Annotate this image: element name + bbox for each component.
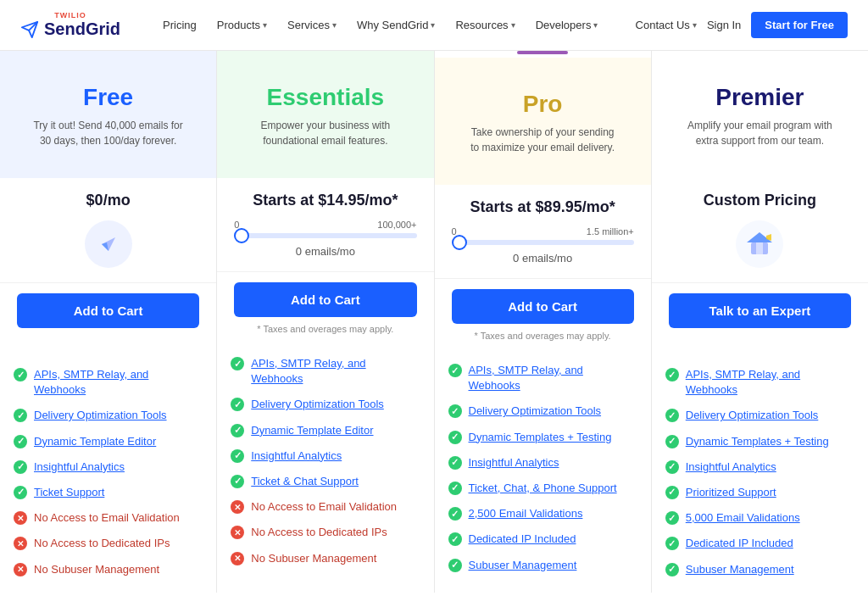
premier-btn-wrap: Talk to an Expert	[652, 283, 868, 335]
cross-icon: ✕	[231, 500, 244, 514]
free-feature-item[interactable]: ✓ Delivery Optimization Tools	[14, 403, 203, 428]
check-icon: ✓	[665, 537, 679, 550]
premier-feature-text: Delivery Optimization Tools	[686, 408, 819, 423]
pro-feature-item[interactable]: ✓ Delivery Optimization Tools	[448, 398, 637, 424]
pro-highlight-line	[517, 51, 568, 54]
premier-plan-icon	[734, 219, 785, 270]
free-plan-desc: Try it out! Send 40,000 emails for 30 da…	[32, 118, 185, 148]
nav-pricing[interactable]: Pricing	[154, 14, 205, 36]
nav-resources[interactable]: Resources ▾	[447, 14, 523, 36]
free-feature-item[interactable]: ✓ APIs, SMTP Relay, and Webhooks	[14, 362, 203, 403]
check-icon: ✓	[14, 368, 27, 381]
pro-cta-button[interactable]: Add to Cart	[452, 289, 634, 324]
free-btn-wrap: Add to Cart	[0, 283, 216, 335]
pricing-container: Free Try it out! Send 40,000 emails for …	[0, 51, 868, 593]
premier-feature-item[interactable]: ✓ Delivery Optimization Tools	[665, 403, 854, 428]
pro-feature-text: Dedicated IP Included	[469, 532, 576, 547]
free-feature-item[interactable]: ✓ Dynamic Template Editor	[14, 429, 203, 454]
check-icon: ✓	[231, 424, 244, 437]
premier-plan-header: Premier Amplify your email program with …	[652, 51, 868, 178]
essentials-feature-text: No Subuser Management	[251, 551, 376, 566]
premier-feature-text: Dynamic Templates + Testing	[686, 434, 829, 449]
essentials-btn-wrap: Add to Cart	[217, 272, 433, 324]
essentials-plan-header: Essentials Empower your business with fo…	[217, 51, 433, 178]
pro-feature-text: Dynamic Templates + Testing	[469, 430, 612, 445]
pro-slider-thumb[interactable]	[452, 235, 467, 250]
services-chevron: ▾	[332, 20, 337, 30]
free-feature-item: ✕ No Subuser Management	[14, 557, 203, 582]
pro-feature-item[interactable]: ✓ Ticket, Chat, & Phone Support	[448, 476, 637, 501]
premier-feature-item[interactable]: ✓ APIs, SMTP Relay, and Webhooks	[665, 362, 854, 403]
contact-us-link[interactable]: Contact Us ▾	[636, 19, 697, 31]
pro-slider-max: 1.5 million+	[587, 226, 634, 237]
premier-feature-text: APIs, SMTP Relay, and Webhooks	[686, 367, 854, 398]
sign-in-link[interactable]: Sign In	[707, 19, 741, 31]
check-icon: ✓	[665, 460, 679, 474]
essentials-cta-button[interactable]: Add to Cart	[234, 282, 416, 317]
premier-feature-item[interactable]: ✓ Dedicated IP Included	[665, 531, 854, 556]
check-icon: ✓	[14, 460, 27, 474]
premier-feature-item[interactable]: ✓ Subuser Management	[665, 557, 854, 582]
nav-why[interactable]: Why SendGrid ▾	[348, 14, 444, 36]
nav-products[interactable]: Products ▾	[209, 14, 275, 36]
pro-feature-item[interactable]: ✓ Subuser Management	[448, 553, 637, 578]
logo-icon	[20, 20, 39, 39]
nav-links: Pricing Products ▾ Services ▾ Why SendGr…	[154, 14, 636, 36]
free-cta-button[interactable]: Add to Cart	[17, 293, 199, 328]
pro-feature-item[interactable]: ✓ Dedicated IP Included	[448, 526, 637, 552]
premier-plan-price: Custom Pricing	[669, 192, 851, 209]
essentials-slider-thumb[interactable]	[234, 228, 249, 243]
check-icon: ✓	[448, 364, 462, 377]
check-icon: ✓	[14, 486, 27, 499]
essentials-feature-text: Delivery Optimization Tools	[251, 397, 384, 412]
essentials-plan-pricing: Starts at $14.95/mo* 0 100,000+ 0 emails…	[217, 178, 433, 272]
essentials-feature-item[interactable]: ✓ APIs, SMTP Relay, and Webhooks	[231, 351, 420, 392]
check-icon: ✓	[231, 449, 244, 463]
free-feature-text: Delivery Optimization Tools	[34, 408, 167, 423]
nav-developers[interactable]: Developers ▾	[527, 14, 607, 36]
pro-feature-text: Insightful Analytics	[469, 455, 559, 471]
check-icon: ✓	[231, 398, 244, 411]
pro-feature-item[interactable]: ✓ APIs, SMTP Relay, and Webhooks	[448, 358, 637, 398]
premier-feature-text: 5,000 Email Validations	[686, 510, 800, 526]
essentials-emails: 0 emails/mo	[234, 245, 416, 258]
nav-services[interactable]: Services ▾	[279, 14, 345, 36]
check-icon: ✓	[665, 486, 679, 499]
premier-feature-item[interactable]: ✓ 5,000 Email Validations	[665, 505, 854, 531]
products-chevron: ▾	[263, 20, 267, 30]
premier-feature-item[interactable]: ✓ Dynamic Templates + Testing	[665, 429, 854, 454]
premier-feature-text: Subuser Management	[686, 562, 794, 577]
nav-right: Contact Us ▾ Sign In Start for Free	[636, 12, 848, 38]
premier-cta-button[interactable]: Talk to an Expert	[669, 293, 851, 328]
free-plan-icon	[83, 219, 134, 270]
pro-features-list: ✓ APIs, SMTP Relay, and Webhooks ✓ Deliv…	[435, 348, 651, 593]
logo[interactable]: TWILIO SendGrid	[20, 11, 120, 39]
premier-feature-item[interactable]: ✓ Prioritized Support	[665, 480, 854, 505]
free-feature-item[interactable]: ✓ Insightful Analytics	[14, 454, 203, 480]
pro-feature-item[interactable]: ✓ Dynamic Templates + Testing	[448, 425, 637, 450]
essentials-slider-track[interactable]	[234, 233, 416, 238]
check-icon: ✓	[665, 511, 679, 525]
pro-tax-note: * Taxes and overages may apply.	[435, 331, 651, 348]
essentials-feature-item[interactable]: ✓ Dynamic Template Editor	[231, 418, 420, 443]
essentials-feature-text: Insightful Analytics	[251, 448, 342, 464]
essentials-feature-item[interactable]: ✓ Ticket & Chat Support	[231, 469, 420, 494]
essentials-feature-item: ✕ No Access to Dedicated IPs	[231, 520, 420, 545]
essentials-feature-item[interactable]: ✓ Delivery Optimization Tools	[231, 392, 420, 417]
free-feature-item[interactable]: ✓ Ticket Support	[14, 480, 203, 505]
navbar: TWILIO SendGrid Pricing Products ▾ Servi…	[0, 0, 868, 51]
cross-icon: ✕	[231, 526, 244, 539]
premier-feature-item[interactable]: ✓ Insightful Analytics	[665, 454, 854, 480]
pro-feature-item[interactable]: ✓ Insightful Analytics	[448, 450, 637, 476]
pro-slider-row: 0 1.5 million+	[452, 226, 634, 245]
pro-slider-track[interactable]	[452, 240, 634, 245]
cross-icon: ✕	[231, 552, 244, 565]
check-icon: ✓	[448, 559, 462, 572]
check-icon: ✓	[14, 435, 27, 448]
pro-feature-item[interactable]: ✓ 2,500 Email Validations	[448, 501, 637, 526]
check-icon: ✓	[448, 456, 462, 470]
plan-col-pro: Pro Take ownership of your sending to ma…	[435, 51, 652, 593]
essentials-feature-item[interactable]: ✓ Insightful Analytics	[231, 443, 420, 469]
start-free-button[interactable]: Start for Free	[751, 12, 848, 38]
pro-slider-labels: 0 1.5 million+	[452, 226, 634, 237]
